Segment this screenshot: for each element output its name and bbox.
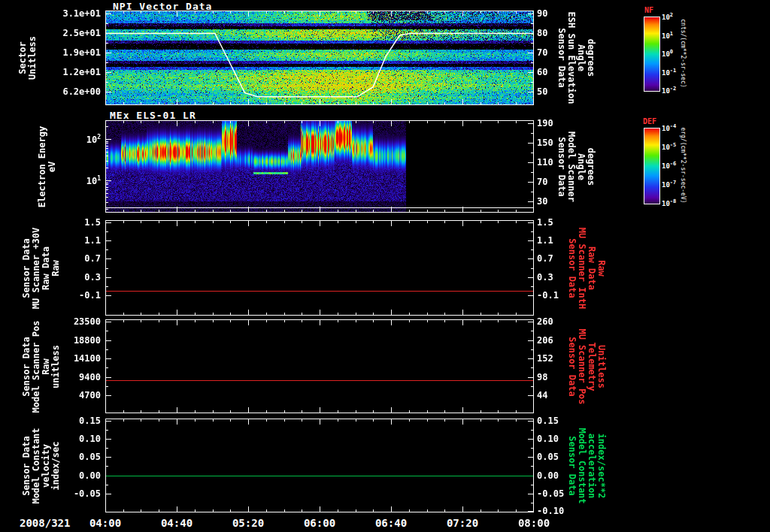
tick-mark [498, 102, 499, 104]
npi-right-axis-label: degrees Angle ESH Sun Elevation Sensor D… [556, 12, 596, 104]
tick-mark [248, 506, 249, 512]
tick-mark [480, 419, 481, 422]
model-scanner-pos-series-line [106, 380, 533, 381]
tick-mark [516, 121, 517, 123]
tick-mark [498, 121, 499, 123]
tick-mark [373, 11, 374, 14]
tick-mark [531, 23, 533, 24]
sun-elevation-curve [106, 11, 533, 104]
tick-mark [531, 62, 533, 63]
tick-mark [528, 511, 533, 512]
tick-mark [106, 184, 108, 185]
tick-mark [444, 221, 445, 223]
y-tick-label: 1.2e+01 [62, 67, 101, 77]
tick-mark [106, 143, 108, 144]
x-tick-label: 05:20 [232, 517, 264, 529]
colorbar-nf-tick-label: 101 [662, 31, 673, 40]
tick-mark [159, 121, 159, 123]
y-tick-label: 80 [537, 28, 547, 38]
tick-mark [106, 82, 108, 83]
tick-mark [106, 43, 108, 44]
y-tick-label: 1.9e+01 [62, 47, 101, 58]
tick-mark [230, 210, 231, 212]
tick-mark [106, 295, 111, 296]
tick-mark [320, 121, 320, 126]
tick-mark [106, 209, 108, 210]
tick-mark [391, 99, 392, 104]
y-tick-label: 1.5 [84, 217, 101, 228]
tick-mark [302, 121, 302, 123]
y-tick-label: 101 [86, 175, 101, 186]
model-scanner-pos-right-axis-label: Unitless Telemetry MU Scanner Pos Sensor… [567, 328, 606, 404]
tick-mark [356, 121, 356, 123]
colorbar-def-tick-label: 10-8 [662, 198, 676, 207]
colorbar-def-label: DEF [643, 117, 656, 125]
tick-mark [106, 189, 108, 190]
tick-mark [531, 367, 533, 368]
y-tick-label: 0.15 [79, 416, 101, 426]
tick-mark [106, 183, 108, 183]
tick-mark [159, 419, 159, 422]
tick-mark [462, 221, 463, 226]
tick-mark [356, 210, 356, 212]
tick-mark [106, 430, 108, 431]
tick-mark [320, 320, 320, 325]
model-constant-velocity-left-axis-label: Sensor Data Model Constant velocity inde… [22, 428, 61, 503]
colorbar-nf-units: cnts/(cm**2-sr-sec) [680, 19, 687, 88]
tick-mark [320, 506, 320, 512]
y-tick-label: 44 [537, 390, 547, 401]
tick-mark [141, 121, 141, 123]
tick-mark [248, 419, 249, 425]
tick-mark [266, 509, 267, 512]
tick-mark [213, 410, 214, 413]
tick-mark [531, 349, 533, 350]
tick-mark [195, 313, 196, 315]
tick-mark [213, 102, 214, 104]
tick-mark [391, 506, 392, 512]
tick-mark [409, 419, 410, 422]
mu-scanner-30v-left-axis-label: Sensor Data MU Scanner +30V Raw Data Raw [22, 227, 61, 308]
tick-mark [338, 102, 338, 104]
tick-mark [106, 222, 111, 223]
tick-mark [480, 11, 481, 14]
y-tick-label: 1.5 [537, 217, 553, 228]
tick-mark [480, 410, 481, 413]
y-tick-label: -0.10 [537, 506, 564, 516]
y-tick-label: 206 [537, 335, 553, 346]
tick-mark [528, 277, 533, 278]
tick-mark [106, 180, 111, 181]
tick-mark [106, 141, 108, 142]
tick-mark [302, 11, 302, 14]
tick-mark [531, 503, 533, 503]
tick-mark [462, 320, 463, 325]
y-tick-label: 90 [537, 8, 547, 19]
tick-mark [444, 121, 445, 123]
tick-mark [338, 121, 338, 123]
tick-mark [248, 99, 249, 104]
tick-mark [302, 410, 302, 413]
tick-mark [284, 410, 285, 413]
tick-mark [195, 102, 196, 104]
tick-mark [444, 11, 445, 14]
y-tick-label: 60 [537, 67, 547, 77]
colorbar-nf-label: NF [644, 6, 653, 14]
y-tick-label: 0.10 [79, 434, 101, 444]
tick-mark [373, 410, 374, 413]
tick-mark [356, 102, 356, 104]
tick-mark [230, 313, 231, 315]
tick-mark [106, 14, 111, 14]
tick-mark [528, 395, 533, 396]
tick-mark [516, 320, 517, 322]
tick-mark [284, 313, 285, 315]
tick-mark [528, 162, 533, 163]
tick-mark [123, 320, 124, 322]
model-constant-velocity-series-line [106, 476, 533, 476]
tick-mark [373, 313, 374, 315]
tick-mark [427, 313, 428, 315]
y-tick-label: 1.1 [537, 235, 553, 246]
tick-mark [106, 457, 111, 458]
y-tick-label: 50 [537, 86, 547, 97]
tick-mark [528, 182, 533, 183]
tick-mark [528, 14, 533, 14]
tick-mark [528, 258, 533, 259]
